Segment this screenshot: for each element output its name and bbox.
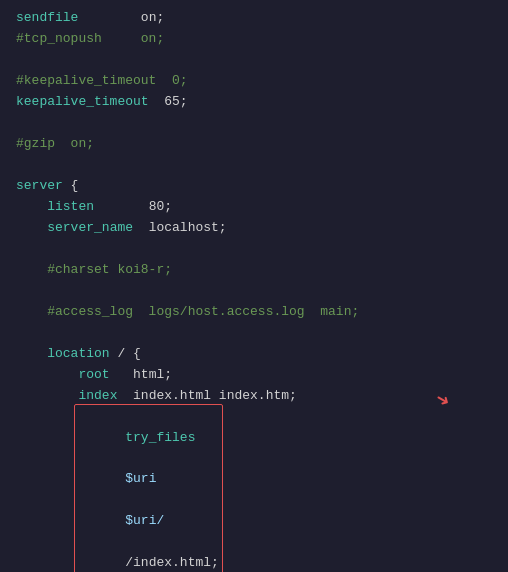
variable2: $uri/ — [125, 513, 164, 528]
code-line-5: keepalive_timeout 65; — [0, 92, 508, 113]
code-line-10: listen 80; — [0, 197, 508, 218]
code-line-13: #charset koi8-r; — [0, 260, 508, 281]
value: 65; — [164, 92, 187, 113]
comment: #access_log logs/host.access.log main; — [16, 302, 359, 323]
code-line-15: #access_log logs/host.access.log main; — [0, 302, 508, 323]
keyword: listen — [47, 197, 94, 218]
code-line-empty-3 — [0, 155, 508, 176]
value: localhost; — [149, 218, 227, 239]
comment: #gzip on; — [16, 134, 94, 155]
keyword: try_files — [125, 430, 195, 445]
value: 80; — [149, 197, 172, 218]
value: on; — [141, 8, 164, 29]
keyword: sendfile — [16, 8, 78, 29]
keyword-location: location — [47, 344, 109, 365]
code-line-17: location / { — [0, 344, 508, 365]
code-line-18: root html; — [0, 365, 508, 386]
code-line-2: #tcp_nopush on; — [0, 29, 508, 50]
code-line-11: server_name localhost; — [0, 218, 508, 239]
keyword: root — [78, 365, 109, 386]
comment: #charset koi8-r; — [16, 260, 172, 281]
code-line-empty-1 — [0, 50, 508, 71]
code-line-empty-4 — [0, 239, 508, 260]
keyword: index — [78, 386, 117, 407]
code-editor: sendfile on; #tcp_nopush on; #keepalive_… — [0, 0, 508, 572]
comment: #keepalive_timeout 0; — [16, 71, 188, 92]
code-line-9: server { — [0, 176, 508, 197]
variable: $uri — [125, 471, 156, 486]
value: index.html index.htm; — [133, 386, 297, 407]
code-line-19: index index.html index.htm; ➜ — [0, 386, 508, 407]
value: /index.html; — [125, 555, 219, 570]
code-line-empty-2 — [0, 113, 508, 134]
keyword: keepalive_timeout — [16, 92, 149, 113]
comment: #tcp_nopush on; — [16, 29, 164, 50]
keyword: server_name — [47, 218, 133, 239]
code-line-empty-6 — [0, 323, 508, 344]
code-line-empty-5 — [0, 281, 508, 302]
keyword: server — [16, 176, 63, 197]
highlighted-code: try_files $uri $uri/ /index.html; — [78, 407, 218, 572]
code-line-7: #gzip on; — [0, 134, 508, 155]
code-line-4: #keepalive_timeout 0; — [0, 71, 508, 92]
code-line-1: sendfile on; — [0, 8, 508, 29]
code-line-20: try_files $uri $uri/ /index.html; — [0, 407, 508, 572]
value: html; — [133, 365, 172, 386]
